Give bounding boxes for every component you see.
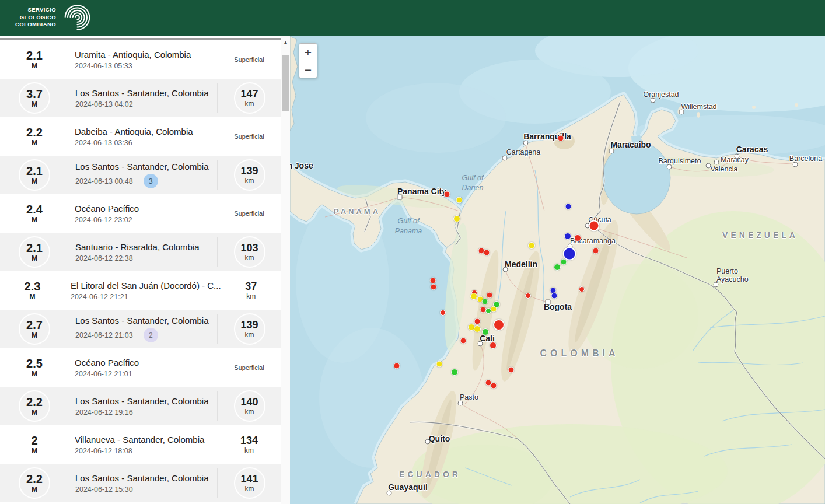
city-marker-maracay xyxy=(714,160,719,165)
depth-cell: 147km xyxy=(217,83,281,113)
quake-datetime: 2024-06-12 19:16 xyxy=(75,408,133,416)
zoom-out-button[interactable]: − xyxy=(299,61,317,78)
depth-cell: 134km xyxy=(217,430,281,459)
earthquake-dot[interactable] xyxy=(491,306,497,313)
quake-info-cell: Villanueva - Santander, Colombia 2024-06… xyxy=(69,430,217,459)
depth-unit: km xyxy=(245,408,254,415)
earthquake-dot[interactable] xyxy=(593,248,599,254)
earthquake-dot[interactable] xyxy=(561,259,567,265)
earthquake-dot[interactable] xyxy=(444,191,450,198)
earthquake-dot[interactable] xyxy=(551,293,558,299)
sgc-logo[interactable]: SERVICIO GEOLÓGICO COLOMBIANO xyxy=(15,4,90,32)
scroll-up-arrow[interactable]: ▲ xyxy=(281,36,290,48)
depth-circle: 140km xyxy=(234,390,265,422)
quake-row[interactable]: 2.4 M Océano Pacífico 2024-06-12 23:02 S… xyxy=(0,194,281,233)
earthquake-dot[interactable] xyxy=(451,369,458,376)
magnitude-circle: 2.1 M xyxy=(19,236,50,268)
quake-row[interactable]: 2.2 M Los Santos - Santander, Colombia 2… xyxy=(0,387,281,425)
quake-row[interactable]: 2.2 M Dabeiba - Antioquia, Colombia 2024… xyxy=(0,117,281,156)
quake-row[interactable]: 2.1 M Los Santos - Santander, Colombia 2… xyxy=(0,156,281,194)
quake-row[interactable]: 3.7 M Los Santos - Santander, Colombia 2… xyxy=(0,79,281,117)
quake-row[interactable]: 2.5 M Océano Pacífico 2024-06-12 21:01 S… xyxy=(0,348,281,387)
quake-location: Dabeiba - Antioquia, Colombia xyxy=(75,127,217,136)
quake-row[interactable]: 2.2 M Los Santos - Santander, Colombia 2… xyxy=(0,464,281,502)
quake-location: Santuario - Risaralda, Colombia xyxy=(75,242,217,252)
quake-row[interactable]: 2.3 M El Litoral del San Juán (Docordó) … xyxy=(0,271,281,310)
depth-cell: Superficial xyxy=(217,122,281,151)
magnitude-cell: 2.2 M xyxy=(0,121,69,152)
cluster-count-badge[interactable]: 2 xyxy=(144,328,158,342)
earthquake-dot[interactable] xyxy=(482,299,488,305)
earthquake-dot[interactable] xyxy=(436,361,443,368)
magnitude-unit: M xyxy=(32,139,37,146)
earthquake-dot[interactable] xyxy=(554,264,561,271)
magnitude-value: 2.3 xyxy=(25,281,41,292)
earthquake-dot[interactable] xyxy=(440,310,446,316)
quake-row[interactable]: 2.1 M Santuario - Risaralda, Colombia 20… xyxy=(0,233,281,271)
region-label-panama: PANAMA xyxy=(334,207,380,216)
magnitude-cell: 2.5 M xyxy=(0,352,69,383)
earthquake-dot[interactable] xyxy=(565,204,572,210)
earthquake-dot[interactable] xyxy=(430,278,436,284)
earthquake-dot[interactable] xyxy=(474,318,481,325)
zoom-in-button[interactable]: + xyxy=(299,44,317,61)
earthquake-dot[interactable] xyxy=(493,319,505,331)
cluster-count-badge[interactable]: 3 xyxy=(144,174,158,188)
magnitude-value: 2.1 xyxy=(26,50,43,61)
map[interactable]: San JosePanama CityCartagenaBarranquilla… xyxy=(290,36,825,504)
magnitude-unit: M xyxy=(32,178,37,185)
city-marker-willemstad xyxy=(679,110,684,115)
city-label-caracas: Caracas xyxy=(736,145,768,154)
quake-datetime: 2024-06-12 21:01 xyxy=(75,370,132,378)
earthquake-dot[interactable] xyxy=(474,326,481,332)
earthquake-dot[interactable] xyxy=(525,293,531,299)
earthquake-dot[interactable] xyxy=(508,367,515,373)
magnitude-circle: 2.1 M xyxy=(19,159,50,191)
earthquake-dot[interactable] xyxy=(394,363,400,369)
city-marker-bogota xyxy=(546,300,551,305)
depth-value: 141 xyxy=(240,474,258,484)
app-root: SERVICIO GEOLÓGICO COLOMBIANO 2.1 M xyxy=(0,0,825,504)
scrollbar-thumb[interactable] xyxy=(282,55,289,111)
city-label-willemstad: Willemstad xyxy=(681,103,716,111)
earthquake-dot[interactable] xyxy=(484,250,490,256)
quake-location: El Litoral del San Juán (Docordó) - C... xyxy=(71,281,221,290)
quake-datetime: 2024-06-12 23:02 xyxy=(75,216,132,224)
quake-datetime: 2024-06-12 21:03 xyxy=(75,331,133,340)
quake-location: Los Santos - Santander, Colombia xyxy=(75,88,217,98)
city-label-panama-city: Panama City xyxy=(397,187,446,196)
earthquake-dot[interactable] xyxy=(482,328,489,335)
earthquake-dot[interactable] xyxy=(470,293,477,300)
earthquake-dot[interactable] xyxy=(456,197,463,204)
earthquake-dot[interactable] xyxy=(528,242,535,249)
magnitude-unit: M xyxy=(32,62,37,69)
quake-row[interactable]: 2.1 M Uramita - Antioquia, Colombia 2024… xyxy=(0,40,281,79)
earthquake-dot[interactable] xyxy=(490,342,497,349)
magnitude-cell: 2.3 M xyxy=(0,275,65,306)
quake-meta: 2024-06-12 18:08 xyxy=(75,447,217,455)
magnitude-value: 2.1 xyxy=(26,165,43,177)
earthquake-dot[interactable] xyxy=(491,383,497,389)
city-marker-puerto-ayacucho xyxy=(714,282,719,288)
quake-meta: 2024-06-12 15:30 xyxy=(75,485,217,494)
city-label-oranjestad: Oranjestad xyxy=(643,90,679,99)
depth-superficial: Superficial xyxy=(234,133,264,140)
earthquake-dot[interactable] xyxy=(460,338,467,344)
earthquake-dot[interactable] xyxy=(564,233,571,240)
earthquake-dot[interactable] xyxy=(453,215,460,222)
earthquake-dot[interactable] xyxy=(487,292,493,299)
quake-datetime: 2024-06-13 04:02 xyxy=(75,100,133,108)
earthquake-dot[interactable] xyxy=(558,135,564,142)
list-scrollbar[interactable]: ▲ xyxy=(281,36,290,504)
quake-row[interactable]: 2 M Villanueva - Santander, Colombia 202… xyxy=(0,425,281,464)
depth-circle: 103km xyxy=(234,236,265,268)
earthquake-dot[interactable] xyxy=(579,286,585,292)
earthquake-dot[interactable] xyxy=(574,235,581,242)
header-bar: SERVICIO GEOLÓGICO COLOMBIANO xyxy=(0,0,825,36)
earthquake-dot[interactable] xyxy=(431,284,437,290)
quake-row[interactable]: 2.7 M Los Santos - Santander, Colombia 2… xyxy=(0,310,281,348)
quake-info-cell: Los Santos - Santander, Colombia 2024-06… xyxy=(69,160,217,190)
city-label-cartagena: Cartagena xyxy=(506,148,540,156)
earthquake-dot[interactable] xyxy=(589,220,600,232)
city-label-quito: Quito xyxy=(429,434,450,443)
